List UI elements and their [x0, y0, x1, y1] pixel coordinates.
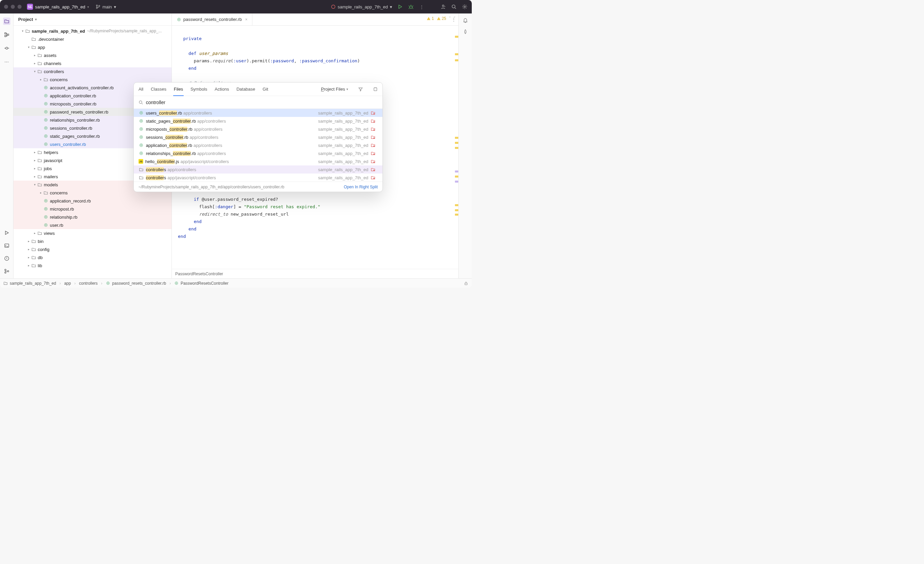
min-dot[interactable] — [11, 5, 15, 9]
svg-point-66 — [106, 282, 109, 284]
code-with-me-icon[interactable] — [440, 4, 446, 10]
search-result-item[interactable]: static_pages_controller.rb app/controlle… — [134, 117, 382, 125]
tree-folder[interactable]: ▾app — [14, 43, 171, 51]
svg-point-18 — [45, 87, 46, 88]
git-tool-button[interactable] — [3, 267, 10, 275]
tree-folder[interactable]: ▸lib — [14, 261, 171, 270]
tree-label: microposts_controller.rb — [50, 101, 96, 106]
code-token: "Password reset has expired." — [244, 204, 321, 209]
tree-label: helpers — [44, 150, 58, 155]
tree-label: app — [38, 45, 45, 50]
search-tab-symbols[interactable]: Symbols — [190, 82, 207, 96]
project-selector[interactable]: SE sample_rails_app_7th_ed ▾ — [27, 4, 89, 10]
tree-folder[interactable]: ▸channels — [14, 59, 171, 68]
code-token: require — [212, 58, 231, 63]
breadcrumb-item[interactable]: app — [64, 281, 71, 286]
tree-folder[interactable]: ▾controllers — [14, 68, 171, 75]
commit-tool-button[interactable] — [3, 45, 10, 52]
search-result-item[interactable]: microposts_controller.rb app/controllers… — [134, 125, 382, 133]
lock-icon[interactable] — [464, 281, 468, 286]
search-input[interactable] — [146, 100, 378, 105]
tree-folder[interactable]: ▸config — [14, 245, 171, 254]
chevron-down-icon[interactable]: ˅ — [454, 16, 456, 21]
svg-point-56 — [374, 138, 375, 139]
close-dot[interactable] — [4, 5, 8, 9]
tree-root[interactable]: ▾ sample_rails_app_7th_ed ~/RubymineProj… — [14, 27, 171, 35]
tree-file[interactable]: micropost.rb — [14, 205, 171, 213]
marker-bar[interactable] — [455, 26, 458, 269]
search-everywhere-icon[interactable] — [451, 4, 457, 10]
svg-point-1 — [96, 8, 98, 9]
problems-tool-button[interactable] — [3, 255, 10, 262]
search-result-item[interactable]: application_controller.rb app/controller… — [134, 141, 382, 149]
ai-assistant-button[interactable] — [463, 29, 468, 34]
search-scope-selector[interactable]: Project Files ▾ — [321, 87, 348, 92]
breadcrumb-item[interactable]: controllers — [79, 281, 98, 286]
tree-file[interactable]: user.rb — [14, 221, 171, 229]
max-dot[interactable] — [18, 5, 22, 9]
tree-folder[interactable]: .devcontainer — [14, 35, 171, 43]
search-tab-database[interactable]: Database — [237, 82, 255, 96]
settings-icon[interactable] — [462, 4, 468, 10]
search-tab-files[interactable]: Files — [174, 82, 183, 96]
search-result-item[interactable]: users_controller.rb app/controllerssampl… — [134, 109, 382, 117]
project-panel-header[interactable]: Project ▾ — [14, 14, 171, 26]
breadcrumb-item[interactable]: sample_rails_app_7th_ed — [10, 281, 56, 286]
svg-point-51 — [140, 128, 143, 131]
svg-point-30 — [45, 135, 46, 137]
filter-icon[interactable] — [358, 87, 363, 92]
more-actions-button[interactable]: ⋮ — [418, 4, 424, 10]
tree-folder[interactable]: ▸views — [14, 229, 171, 237]
project-tool-button[interactable] — [3, 18, 10, 25]
breadcrumb-item[interactable]: password_resets_controller.rb — [112, 281, 166, 286]
search-tab-git[interactable]: Git — [262, 82, 268, 96]
tree-file[interactable]: application_record.rb — [14, 197, 171, 205]
search-result-item[interactable]: controllers app/controllerssample_rails_… — [134, 165, 382, 174]
search-result-item[interactable]: JShello_controller.js app/javascript/con… — [134, 158, 382, 165]
tree-file[interactable]: relationship.rb — [14, 213, 171, 221]
window-controls[interactable] — [4, 5, 22, 9]
services-tool-button[interactable] — [3, 229, 10, 237]
tree-label: controllers — [44, 69, 64, 74]
debug-button[interactable] — [408, 4, 414, 10]
search-result-item[interactable]: sessions_controller.rb app/controllerssa… — [134, 133, 382, 141]
tree-label: relationships_controller.rb — [50, 118, 100, 123]
search-tab-classes[interactable]: Classes — [151, 82, 166, 96]
run-config-name: sample_rails_app_7th_ed — [338, 4, 388, 9]
right-toolstrip — [458, 14, 472, 278]
terminal-tool-button[interactable] — [3, 242, 10, 249]
run-button[interactable] — [397, 4, 403, 10]
notifications-button[interactable] — [463, 18, 468, 23]
breadcrumb-item: PasswordResetsController — [175, 272, 223, 276]
tree-label: bin — [38, 239, 44, 244]
svg-rect-10 — [8, 34, 9, 35]
inspections-widget[interactable]: 1 25 ˄ ˅ — [427, 16, 456, 21]
search-tab-all[interactable]: All — [138, 82, 143, 96]
svg-point-33 — [45, 200, 48, 202]
open-in-right-split-link[interactable]: Open In Right Split — [344, 184, 378, 189]
more-tool-button[interactable]: ⋯ — [3, 58, 10, 65]
search-result-item[interactable]: controllers app/javascript/controllerssa… — [134, 174, 382, 182]
tree-folder[interactable]: ▸bin — [14, 237, 171, 245]
tree-label: micropost.rb — [50, 207, 74, 212]
navigation-bar[interactable]: sample_rails_app_7th_ed› app› controller… — [0, 278, 472, 288]
chevron-up-icon[interactable]: ˄ — [449, 16, 451, 21]
run-config-selector[interactable]: sample_rails_app_7th_ed ▾ — [331, 4, 392, 9]
code-token: .password_reset_expired? — [215, 197, 278, 202]
svg-point-58 — [141, 144, 142, 146]
editor-tab[interactable]: password_resets_controller.rb × — [172, 14, 252, 25]
tree-folder[interactable]: ▸assets — [14, 51, 171, 59]
tree-folder[interactable]: ▸db — [14, 254, 171, 261]
search-result-item[interactable]: relationships_controller.rb app/controll… — [134, 149, 382, 158]
ruby-file-icon — [177, 17, 181, 22]
editor-tabs: password_resets_controller.rb × ⋮ — [172, 14, 458, 26]
editor-breadcrumb[interactable]: PasswordResetsController — [172, 269, 458, 278]
pin-icon[interactable] — [373, 87, 378, 92]
breadcrumb-item[interactable]: PasswordResetsController — [181, 281, 228, 286]
tree-label: application_controller.rb — [50, 93, 96, 98]
svg-point-62 — [374, 154, 375, 155]
vcs-branch[interactable]: main ▾ — [96, 4, 116, 9]
close-icon[interactable]: × — [245, 17, 248, 22]
search-tab-actions[interactable]: Actions — [214, 82, 229, 96]
structure-tool-button[interactable] — [3, 31, 10, 38]
